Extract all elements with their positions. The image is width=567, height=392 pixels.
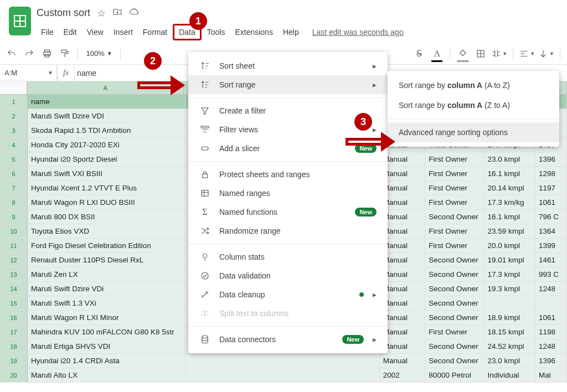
menu-data-connectors[interactable]: Data connectorsNew▸ [188,330,388,349]
menu-named-functions[interactable]: Σ Named functionsNew [188,203,388,221]
cell[interactable]: 993 C [535,267,567,282]
menu-sort-sheet[interactable]: Sort sheet▸ [188,56,388,75]
cell[interactable]: Maruti Wagon R LXI Minor [28,311,185,325]
menu-protect[interactable]: Protect sheets and ranges [188,165,388,184]
cell[interactable]: 1396 [535,354,567,368]
cell[interactable]: Second Owner [425,282,484,296]
cell[interactable]: Individual [484,368,535,383]
cell[interactable]: First Owner [425,181,484,195]
star-icon[interactable]: ☆ [97,7,106,19]
sheets-logo[interactable] [9,7,31,35]
menu-view[interactable]: View [83,25,108,39]
cell[interactable]: Second Owner [425,296,484,311]
cell[interactable]: 796 C [535,210,567,224]
row-header[interactable]: 12 [0,253,27,267]
fill-color-icon[interactable] [456,47,470,61]
cell[interactable]: Maruti Swift Dzire VDi [28,282,185,296]
cell[interactable]: Second Owner [425,311,484,325]
cell[interactable]: 17.3 km/kg [484,195,535,210]
halign-icon[interactable]: ▼ [519,47,535,61]
cell[interactable]: Toyota Etios VXD [28,224,185,239]
paint-format-icon[interactable] [58,47,72,61]
menu-file[interactable]: File [37,25,58,39]
menu-format[interactable]: Format [138,25,172,39]
row-header[interactable]: 11 [0,239,27,253]
cell[interactable]: 2002 [380,368,426,383]
cell[interactable]: 1198 [535,325,567,339]
row-header[interactable]: 3 [0,123,27,138]
row-header[interactable]: 8 [0,195,27,210]
cell[interactable]: 80000 Petrol [425,368,484,383]
cell[interactable]: 16.1 kmpl [484,167,535,181]
sort-range-za[interactable]: Sort range by column A (Z to A) [388,95,559,115]
cell[interactable]: Second Owner [425,253,484,267]
print-icon[interactable] [40,47,54,61]
row-header[interactable]: 17 [0,325,27,339]
cell[interactable]: 17.3 kmpl [484,267,535,282]
cell[interactable]: First Owner [425,224,484,239]
cell[interactable]: 1248 [535,339,567,354]
cell[interactable]: 1061 [535,311,567,325]
cell[interactable]: 23.59 kmpl [484,224,535,239]
cell[interactable]: name [28,95,185,109]
cell[interactable]: First Owner [425,195,484,210]
menu-edit[interactable]: Edit [59,25,81,39]
cell[interactable]: 1364 [535,224,567,239]
formula-input[interactable]: name [75,69,96,78]
cell[interactable]: 19.01 kmpl [484,253,535,267]
cell[interactable]: 18.15 kmpl [484,325,535,339]
cell[interactable]: First Owner [425,325,484,339]
text-color-icon[interactable]: A [430,47,444,61]
cell[interactable]: Maruti Ertiga SHVS VDI [28,339,185,354]
menu-data-cleanup[interactable]: Data cleanup▸ [188,285,388,304]
row-header[interactable]: 7 [0,181,27,195]
cell[interactable]: Maruti 800 DX BSII [28,210,185,224]
row-header[interactable]: 2 [0,109,27,123]
zoom-select[interactable]: 100% ▼ [84,47,115,61]
doc-title[interactable]: Custom sort [37,7,90,19]
cell[interactable]: 1248 [535,282,567,296]
valign-icon[interactable]: ▼ [538,47,554,61]
row-header[interactable]: 18 [0,339,27,354]
cell[interactable]: Hyundai i20 Sportz Diesel [28,152,185,167]
menu-extensions[interactable]: Extensions [230,25,277,39]
cell[interactable]: 20.0 kmpl [484,239,535,253]
cell[interactable]: Hyundai i20 1.4 CRDi Asta [28,354,185,368]
cell[interactable]: 1197 [535,181,567,195]
cell[interactable]: 1298 [535,167,567,181]
cell[interactable]: 23.0 kmpl [484,354,535,368]
undo-icon[interactable] [4,47,19,61]
cell[interactable]: Maruti Alto LX [28,368,185,383]
cell[interactable]: 18.9 kmpl [484,311,535,325]
cell[interactable] [535,296,567,311]
select-all-corner[interactable] [0,81,27,95]
cell[interactable]: 1396 [535,152,567,167]
cell[interactable]: Second Owner [425,267,484,282]
cell[interactable]: Maruti Swift Dzire VDI [28,109,185,123]
merge-icon[interactable]: ▼ [491,47,507,61]
row-header[interactable]: 16 [0,311,27,325]
menu-tools[interactable]: Tools [203,25,230,39]
row-header[interactable]: 15 [0,296,27,311]
advanced-range-sorting[interactable]: Advanced range sorting options [388,122,559,142]
row-header[interactable]: 14 [0,282,27,296]
cell[interactable]: Mahindra KUV 100 mFALCON G80 K8 5str [28,325,185,339]
cell[interactable]: 24.52 kmpl [484,339,535,354]
row-header[interactable]: 20 [0,368,27,383]
menu-help[interactable]: Help [279,25,303,39]
cell[interactable]: Second Owner [425,354,484,368]
menu-sort-range[interactable]: Sort range▸ [188,75,388,94]
cell[interactable]: 23.0 kmpl [484,152,535,167]
cell[interactable]: Renault Duster 110PS Diesel RxL [28,253,185,267]
cloud-icon[interactable] [129,7,139,19]
cell[interactable]: 1399 [535,239,567,253]
row-header[interactable]: 13 [0,267,27,282]
name-box[interactable]: A:M▼ [0,65,57,81]
cell[interactable] [484,296,535,311]
cell[interactable]: Maruti Zen LX [28,267,185,282]
cell[interactable]: First Owner [425,152,484,167]
cell[interactable]: Maruti Wagon R LXI DUO BSIII [28,195,185,210]
menu-randomize[interactable]: Randomize range [188,221,388,240]
move-icon[interactable] [112,7,122,19]
cell[interactable]: Honda City 2017-2020 EXi [28,138,185,152]
